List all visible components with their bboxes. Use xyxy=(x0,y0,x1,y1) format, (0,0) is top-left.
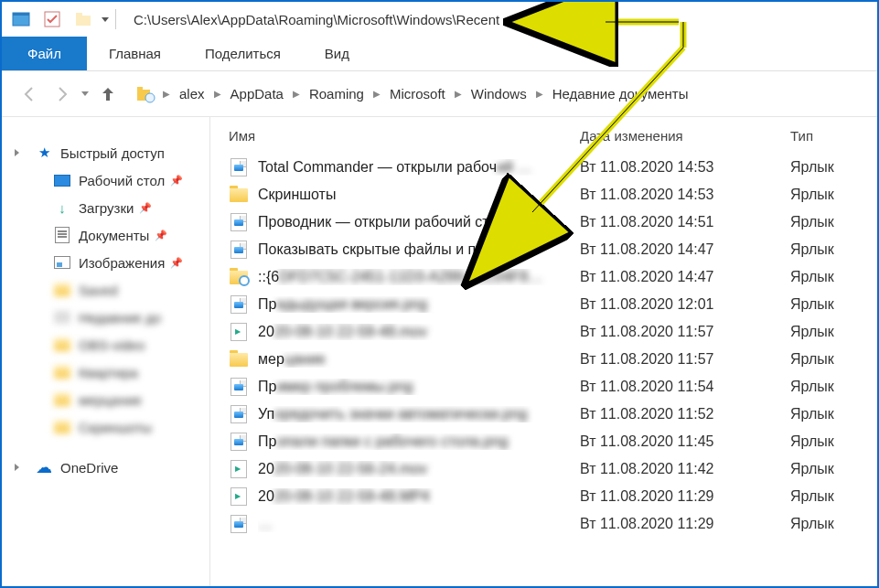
mov-icon xyxy=(229,459,249,479)
file-date: Вт 11.08.2020 11:42 xyxy=(580,461,790,477)
breadcrumb-root-icon xyxy=(135,84,155,104)
folder-icon xyxy=(53,363,71,381)
file-row[interactable]: Упорядочить значки автоматически.pngВт 1… xyxy=(210,401,877,428)
mov-icon xyxy=(229,322,249,342)
file-name: Упорядочить значки автоматически.png xyxy=(258,406,580,422)
pin-icon: 📌 xyxy=(170,175,183,187)
col-date[interactable]: Дата изменения xyxy=(580,128,790,144)
file-date: Вт 11.08.2020 11:57 xyxy=(580,351,790,368)
file-row[interactable]: мерцаниеВт 11.08.2020 11:57Ярлык xyxy=(210,346,877,373)
col-name[interactable]: Имя xyxy=(229,128,580,144)
breadcrumb-seg[interactable]: AppData xyxy=(223,86,291,102)
sidebar-item[interactable]: OBS-video xyxy=(2,331,209,358)
file-row[interactable]: СкриншотыВт 11.08.2020 14:53Ярлык xyxy=(210,181,877,208)
file-name: 2020-08-10 22-59-48.mov xyxy=(258,324,580,340)
folder-icon xyxy=(53,418,71,436)
ribbon-tabs: Файл Главная Поделиться Вид xyxy=(2,37,877,71)
file-name: мерцание xyxy=(258,351,580,368)
sidebar-desktop[interactable]: Рабочий стол📌 xyxy=(2,166,209,194)
file-row[interactable]: Проводник — открыли рабочий стол.р…Вт 11… xyxy=(210,208,877,236)
nav-back[interactable] xyxy=(13,78,46,111)
file-type: Ярлык xyxy=(790,488,877,505)
svg-rect-4 xyxy=(76,13,82,16)
file-name: Total Commander — открыли рабочий … xyxy=(258,159,580,176)
col-type[interactable]: Тип xyxy=(790,128,877,144)
file-date: Вт 11.08.2020 14:47 xyxy=(580,241,790,258)
sidebar-item[interactable]: Saved xyxy=(2,276,209,304)
file-row[interactable]: ::{6DFD7C5C-2451-11D3-A299-00C04F8…Вт 11… xyxy=(210,263,877,291)
file-row[interactable]: Показывать скрытые файлы и папки.pngВт 1… xyxy=(210,236,877,263)
file-type: Ярлык xyxy=(790,516,877,532)
nav-up[interactable] xyxy=(91,78,124,111)
tab-home[interactable]: Главная xyxy=(87,37,183,70)
file-type: Ярлык xyxy=(790,461,877,477)
quick-access-dropdown[interactable] xyxy=(99,7,112,31)
shortcut-icon xyxy=(229,240,249,260)
nav-row: ▶ alex ▶ AppData ▶ Roaming ▶ Microsoft ▶… xyxy=(2,71,877,117)
file-type: Ярлык xyxy=(790,406,877,422)
file-row[interactable]: 2020-08-10 22-59-48.movВт 11.08.2020 11:… xyxy=(210,318,877,346)
breadcrumb-seg[interactable]: Windows xyxy=(464,86,534,102)
desktop-icon xyxy=(53,171,71,189)
breadcrumb-seg[interactable]: Roaming xyxy=(302,86,371,102)
breadcrumb-seg[interactable]: alex xyxy=(172,86,212,102)
shortcut-icon xyxy=(229,212,249,232)
sidebar-item[interactable]: Квартира xyxy=(2,358,209,386)
breadcrumb[interactable]: ▶ alex ▶ AppData ▶ Roaming ▶ Microsoft ▶… xyxy=(132,80,866,109)
chevron-right-icon: ▶ xyxy=(534,89,545,99)
file-type: Ярлык xyxy=(790,214,877,230)
file-row[interactable]: …Вт 11.08.2020 11:29Ярлык xyxy=(210,510,877,538)
file-row[interactable]: Пропали папки с рабочего стола.pngВт 11.… xyxy=(210,428,877,455)
svg-rect-1 xyxy=(13,13,29,16)
sidebar-documents[interactable]: Документы📌 xyxy=(2,221,209,249)
sidebar-item[interactable]: Недавние до xyxy=(2,304,209,331)
file-name: … xyxy=(258,516,580,532)
file-name: Предыдущая версия.png xyxy=(258,296,580,313)
svg-rect-3 xyxy=(76,16,91,26)
file-date: Вт 11.08.2020 12:01 xyxy=(580,296,790,313)
mov-icon xyxy=(229,486,249,507)
properties-icon[interactable] xyxy=(40,7,64,31)
titlebar: C:\Users\Alex\AppData\Roaming\Microsoft\… xyxy=(2,2,877,37)
file-row[interactable]: Предыдущая версия.pngВт 11.08.2020 12:01… xyxy=(210,291,877,318)
sidebar-item-label: Рабочий стол xyxy=(79,173,165,188)
address-path[interactable]: C:\Users\Alex\AppData\Roaming\Microsoft\… xyxy=(125,7,874,31)
breadcrumb-seg[interactable]: Недавние документы xyxy=(545,86,696,102)
chevron-right-icon: ▶ xyxy=(212,89,223,99)
file-type: Ярлык xyxy=(790,159,877,176)
file-row[interactable]: 2020-08-10 22-56-24.movВт 11.08.2020 11:… xyxy=(210,455,877,483)
shortcut-icon xyxy=(229,157,249,177)
tab-file[interactable]: Файл xyxy=(2,37,87,70)
sidebar-downloads[interactable]: ↓ Загрузки📌 xyxy=(2,194,209,221)
file-row[interactable]: 2020-08-10 22-59-48.MP4Вт 11.08.2020 11:… xyxy=(210,483,877,510)
sidebar-item[interactable]: Скриншоты xyxy=(2,413,209,441)
sidebar-images[interactable]: Изображения📌 xyxy=(2,249,209,276)
file-type: Ярлык xyxy=(790,379,877,395)
onedrive-icon: ☁ xyxy=(35,458,53,476)
sidebar-item[interactable]: мерцание xyxy=(2,386,209,413)
nav-history-dropdown[interactable] xyxy=(79,82,91,106)
file-row[interactable]: Total Commander — открыли рабочий …Вт 11… xyxy=(210,154,877,181)
nav-forward[interactable] xyxy=(46,78,79,111)
new-folder-icon[interactable] xyxy=(71,7,95,31)
tab-share[interactable]: Поделиться xyxy=(183,37,303,70)
file-date: Вт 11.08.2020 11:57 xyxy=(580,324,790,340)
folder-icon xyxy=(53,308,71,326)
foldersearch-icon xyxy=(229,267,249,287)
file-type: Ярлык xyxy=(790,296,877,313)
divider xyxy=(115,9,116,29)
pin-icon: 📌 xyxy=(170,257,183,269)
file-date: Вт 11.08.2020 14:53 xyxy=(580,187,790,203)
downloads-icon: ↓ xyxy=(53,198,71,217)
file-name: 2020-08-10 22-56-24.mov xyxy=(258,461,580,477)
column-headers: Имя Дата изменения Тип xyxy=(210,117,877,154)
sidebar-quick-access[interactable]: ★ Быстрый доступ xyxy=(2,139,209,166)
tab-view[interactable]: Вид xyxy=(303,37,371,70)
file-date: Вт 11.08.2020 14:47 xyxy=(580,269,790,285)
star-icon: ★ xyxy=(35,144,53,162)
file-row[interactable]: Пример проблемы.pngВт 11.08.2020 11:54Яр… xyxy=(210,373,877,401)
file-name: Скриншоты xyxy=(258,187,580,203)
breadcrumb-seg[interactable]: Microsoft xyxy=(382,86,453,102)
sidebar-onedrive[interactable]: ☁ OneDrive xyxy=(2,454,209,481)
pin-icon: 📌 xyxy=(139,202,152,214)
